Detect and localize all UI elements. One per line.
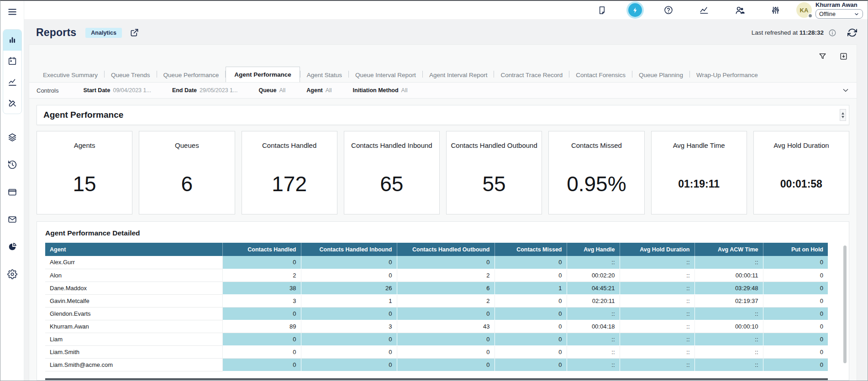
- users-icon[interactable]: [731, 3, 749, 17]
- refresh-area: Last refreshed at 11:28:32: [752, 28, 857, 37]
- control-agent[interactable]: AgentAll: [306, 87, 331, 94]
- control-initiation-method[interactable]: Initiation MethodAll: [353, 87, 408, 94]
- control-queue[interactable]: QueueAll: [258, 87, 285, 94]
- agent-name-cell: Liam.Smith@acme.com: [45, 358, 222, 371]
- sidebar-item-window[interactable]: [3, 178, 21, 206]
- column-header-contacts-handled-outbound[interactable]: Contacts Handled Outbound: [397, 243, 494, 256]
- value-cell: 00:00:11: [694, 269, 763, 282]
- kpi-label: Queues: [139, 141, 234, 149]
- sidebar-item-design[interactable]: [3, 93, 21, 114]
- help-icon[interactable]: [659, 3, 678, 17]
- value-cell: ::: [620, 282, 694, 294]
- value-cell: 2: [397, 294, 494, 307]
- refresh-icon[interactable]: [847, 28, 857, 37]
- sidebar-item-history[interactable]: [3, 151, 21, 178]
- sidebar-nav-group: [3, 29, 22, 114]
- value-cell: ::: [567, 358, 620, 371]
- tab-queue-trends[interactable]: Queue Trends: [105, 68, 157, 82]
- column-header-put-on-hold[interactable]: Put on Hold: [763, 243, 828, 256]
- control-start-date[interactable]: Start Date09/04/2023 1...: [83, 87, 151, 94]
- value-cell: 0: [397, 345, 494, 358]
- kpi-card-contacts-handled-outbound: Contacts Handled Outbound55: [446, 131, 542, 214]
- user-box: KA Khurram Awan Offline: [796, 1, 863, 19]
- detail-table-body: Alex.Gurr0000::::::0Alon202000:02:20::00…: [45, 256, 828, 371]
- boost-lightning-icon[interactable]: [628, 3, 642, 17]
- controls-expand-chevron-icon[interactable]: [842, 87, 849, 94]
- tab-wrap-up-performance[interactable]: Wrap-Up Performance: [690, 68, 764, 82]
- tab-executive-summary[interactable]: Executive Summary: [37, 68, 104, 82]
- avatar[interactable]: KA: [796, 2, 812, 18]
- value-cell: ::: [694, 345, 763, 358]
- value-cell: 0: [301, 256, 397, 269]
- tab-agent-status[interactable]: Agent Status: [300, 68, 348, 82]
- agent-name-cell: Gavin.Metcalfe: [45, 294, 222, 307]
- column-header-avg-handle[interactable]: Avg Handle: [567, 243, 620, 256]
- filter-icon[interactable]: [817, 51, 827, 61]
- kpi-label: Avg Hold Duration: [754, 141, 849, 149]
- value-cell: 0: [301, 333, 397, 345]
- spinner-up-icon[interactable]: [842, 112, 844, 115]
- kpi-value: 65: [344, 172, 439, 196]
- tab-queue-performance[interactable]: Queue Performance: [157, 68, 226, 82]
- value-cell: 0: [763, 256, 828, 269]
- last-refreshed-text: Last refreshed at 11:28:32: [752, 29, 824, 36]
- sliders-icon[interactable]: [766, 3, 784, 17]
- sidebar-item-mail[interactable]: [3, 206, 21, 233]
- gear-icon: [7, 269, 17, 279]
- status-select-value: Offline: [819, 11, 836, 17]
- value-cell: 0: [301, 269, 397, 282]
- value-cell: ::: [567, 307, 620, 320]
- tab-agent-interval-report[interactable]: Agent Interval Report: [423, 68, 494, 82]
- spinner-down-icon[interactable]: [842, 116, 844, 118]
- external-link-icon[interactable]: [130, 28, 139, 37]
- report-tabs: Executive SummaryQueue TrendsQueue Perfo…: [37, 65, 857, 82]
- sidebar-item-pie[interactable]: [3, 233, 21, 261]
- value-cell: 00:00:10: [694, 320, 763, 333]
- tab-contact-forensics[interactable]: Contact Forensics: [569, 68, 632, 82]
- table-row: Gavin.Metcalfe312002:20:11::02:19:370: [45, 294, 828, 307]
- page-title: Reports: [36, 26, 76, 39]
- control-end-date[interactable]: End Date29/05/2023 1...: [172, 87, 238, 94]
- sidebar-item-calendar[interactable]: [3, 51, 21, 72]
- column-header-contacts-handled[interactable]: Contacts Handled: [222, 243, 301, 256]
- controls-label: Controls: [37, 87, 58, 94]
- status-select[interactable]: Offline: [815, 9, 863, 19]
- table-horizontal-scrollbar[interactable]: [45, 378, 828, 380]
- info-icon[interactable]: [828, 29, 836, 37]
- sidebar-item-line-chart[interactable]: [3, 72, 21, 93]
- control-label: End Date: [172, 87, 197, 94]
- column-header-contacts-missed[interactable]: Contacts Missed: [494, 243, 567, 256]
- kpi-label: Contacts Handled Inbound: [344, 141, 439, 149]
- tab-contract-trace-record[interactable]: Contract Trace Record: [494, 68, 569, 82]
- table-row: Khurram.Awan89343000:04:18::00:00:100: [45, 320, 828, 333]
- column-header-avg-hold-duration[interactable]: Avg Hold Duration: [620, 243, 694, 256]
- menu-icon[interactable]: [3, 5, 21, 19]
- value-cell: 1: [301, 294, 397, 307]
- value-cell: 0: [301, 307, 397, 320]
- column-header-contacts-handled-inbound[interactable]: Contacts Handled Inbound: [301, 243, 397, 256]
- tab-agent-performance[interactable]: Agent Performance: [226, 67, 300, 83]
- table-vertical-scrollbar[interactable]: [843, 245, 847, 363]
- metrics-icon[interactable]: [695, 3, 713, 17]
- kpi-card-contacts-handled-inbound: Contacts Handled Inbound65: [344, 131, 440, 214]
- column-header-avg-acw-time[interactable]: Avg ACW Time: [694, 243, 763, 256]
- kpi-card-agents: Agents15: [37, 131, 132, 214]
- value-cell: 0: [494, 269, 567, 282]
- agent-name-cell: Dane.Maddox: [45, 282, 222, 294]
- value-cell: 0: [494, 307, 567, 320]
- sidebar-item-layers[interactable]: [3, 124, 21, 151]
- tab-queue-planning[interactable]: Queue Planning: [632, 68, 689, 82]
- topbar-icons: [593, 3, 784, 17]
- notes-icon[interactable]: [593, 3, 611, 17]
- value-cell: ::: [620, 294, 694, 307]
- sidebar-item-analytics-reports[interactable]: [3, 30, 21, 51]
- download-icon[interactable]: [838, 51, 848, 61]
- history-icon: [7, 160, 17, 170]
- sidebar-item-settings[interactable]: [3, 261, 21, 288]
- value-cell: ::: [694, 256, 763, 269]
- column-header-agent[interactable]: Agent: [45, 243, 222, 256]
- value-cell: ::: [694, 307, 763, 320]
- spinner-control[interactable]: [840, 109, 846, 121]
- value-cell: 1: [494, 282, 567, 294]
- tab-queue-interval-report[interactable]: Queue Interval Report: [349, 68, 422, 82]
